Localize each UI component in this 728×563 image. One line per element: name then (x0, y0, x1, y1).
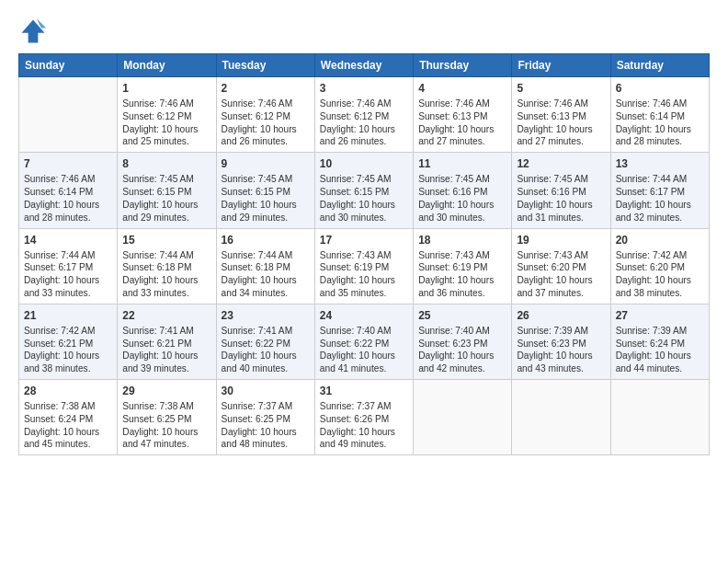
header-day-saturday: Saturday (610, 54, 709, 77)
calendar-cell: 16Sunrise: 7:44 AMSunset: 6:18 PMDayligh… (216, 228, 314, 304)
day-number: 6 (616, 81, 704, 96)
header-row: SundayMondayTuesdayWednesdayThursdayFrid… (19, 54, 710, 77)
day-number: 9 (222, 156, 310, 171)
day-number: 22 (122, 308, 210, 323)
calendar-cell: 11Sunrise: 7:45 AMSunset: 6:16 PMDayligh… (414, 153, 512, 228)
calendar-cell: 30Sunrise: 7:37 AMSunset: 6:25 PMDayligh… (216, 380, 314, 455)
calendar-cell: 9Sunrise: 7:45 AMSunset: 6:15 PMDaylight… (216, 153, 314, 228)
day-info: Sunrise: 7:45 AMSunset: 6:15 PMDaylight:… (222, 173, 310, 224)
calendar-cell: 23Sunrise: 7:41 AMSunset: 6:22 PMDayligh… (216, 304, 314, 379)
day-number: 8 (122, 156, 210, 171)
calendar-cell: 10Sunrise: 7:45 AMSunset: 6:15 PMDayligh… (314, 153, 413, 228)
calendar-cell: 4Sunrise: 7:46 AMSunset: 6:13 PMDaylight… (414, 77, 512, 153)
calendar-cell: 15Sunrise: 7:44 AMSunset: 6:18 PMDayligh… (118, 228, 216, 304)
calendar-table: SundayMondayTuesdayWednesdayThursdayFrid… (18, 53, 710, 455)
day-info: Sunrise: 7:46 AMSunset: 6:13 PMDaylight:… (418, 98, 506, 148)
day-info: Sunrise: 7:42 AMSunset: 6:21 PMDaylight:… (24, 325, 112, 375)
day-number: 4 (418, 81, 506, 96)
calendar-cell: 22Sunrise: 7:41 AMSunset: 6:21 PMDayligh… (118, 304, 216, 379)
calendar-cell: 29Sunrise: 7:38 AMSunset: 6:25 PMDayligh… (118, 380, 216, 455)
calendar-cell: 6Sunrise: 7:46 AMSunset: 6:14 PMDaylight… (610, 77, 709, 153)
day-number: 30 (222, 384, 310, 398)
calendar-cell: 8Sunrise: 7:45 AMSunset: 6:15 PMDaylight… (118, 153, 216, 228)
day-info: Sunrise: 7:41 AMSunset: 6:21 PMDaylight:… (122, 325, 210, 375)
week-row-3: 14Sunrise: 7:44 AMSunset: 6:17 PMDayligh… (19, 228, 710, 304)
day-info: Sunrise: 7:46 AMSunset: 6:14 PMDaylight:… (24, 173, 112, 224)
day-info: Sunrise: 7:43 AMSunset: 6:19 PMDaylight:… (418, 249, 506, 300)
day-info: Sunrise: 7:37 AMSunset: 6:25 PMDaylight:… (222, 400, 310, 451)
week-row-2: 7Sunrise: 7:46 AMSunset: 6:14 PMDaylight… (19, 153, 710, 228)
calendar-cell: 25Sunrise: 7:40 AMSunset: 6:23 PMDayligh… (414, 304, 512, 379)
day-number: 13 (616, 156, 704, 171)
calendar-cell: 20Sunrise: 7:42 AMSunset: 6:20 PMDayligh… (610, 228, 709, 304)
logo (18, 17, 51, 46)
day-number: 7 (24, 156, 112, 171)
day-info: Sunrise: 7:46 AMSunset: 6:14 PMDaylight:… (616, 98, 704, 148)
day-info: Sunrise: 7:45 AMSunset: 6:16 PMDaylight:… (517, 173, 605, 224)
day-number: 29 (122, 384, 210, 398)
calendar-cell: 1Sunrise: 7:46 AMSunset: 6:12 PMDaylight… (118, 77, 216, 153)
header-day-thursday: Thursday (414, 54, 512, 77)
day-info: Sunrise: 7:45 AMSunset: 6:16 PMDaylight:… (418, 173, 506, 224)
day-number: 3 (320, 81, 408, 96)
day-info: Sunrise: 7:39 AMSunset: 6:23 PMDaylight:… (517, 325, 605, 375)
calendar-cell: 3Sunrise: 7:46 AMSunset: 6:12 PMDaylight… (314, 77, 413, 153)
day-number: 16 (222, 233, 310, 247)
day-info: Sunrise: 7:43 AMSunset: 6:19 PMDaylight:… (320, 249, 408, 300)
day-info: Sunrise: 7:42 AMSunset: 6:20 PMDaylight:… (616, 249, 704, 300)
day-number: 28 (24, 384, 112, 398)
calendar-cell: 26Sunrise: 7:39 AMSunset: 6:23 PMDayligh… (512, 304, 610, 379)
calendar-cell (414, 380, 512, 455)
day-info: Sunrise: 7:41 AMSunset: 6:22 PMDaylight:… (222, 325, 310, 375)
calendar-cell: 28Sunrise: 7:38 AMSunset: 6:24 PMDayligh… (19, 380, 118, 455)
day-info: Sunrise: 7:38 AMSunset: 6:25 PMDaylight:… (122, 400, 210, 451)
day-info: Sunrise: 7:44 AMSunset: 6:18 PMDaylight:… (222, 249, 310, 300)
header-day-friday: Friday (512, 54, 610, 77)
day-number: 19 (517, 233, 605, 247)
calendar-cell: 13Sunrise: 7:44 AMSunset: 6:17 PMDayligh… (610, 153, 709, 228)
day-number: 10 (320, 156, 408, 171)
day-info: Sunrise: 7:45 AMSunset: 6:15 PMDaylight:… (320, 173, 408, 224)
day-info: Sunrise: 7:40 AMSunset: 6:22 PMDaylight:… (320, 325, 408, 375)
day-number: 1 (122, 81, 210, 96)
week-row-1: 1Sunrise: 7:46 AMSunset: 6:12 PMDaylight… (19, 77, 710, 153)
calendar-cell: 24Sunrise: 7:40 AMSunset: 6:22 PMDayligh… (314, 304, 413, 379)
day-number: 17 (320, 233, 408, 247)
calendar-cell: 5Sunrise: 7:46 AMSunset: 6:13 PMDaylight… (512, 77, 610, 153)
day-info: Sunrise: 7:39 AMSunset: 6:24 PMDaylight:… (616, 325, 704, 375)
week-row-4: 21Sunrise: 7:42 AMSunset: 6:21 PMDayligh… (19, 304, 710, 379)
calendar-cell (19, 77, 118, 153)
day-number: 11 (418, 156, 506, 171)
calendar-cell: 17Sunrise: 7:43 AMSunset: 6:19 PMDayligh… (314, 228, 413, 304)
calendar-cell: 21Sunrise: 7:42 AMSunset: 6:21 PMDayligh… (19, 304, 118, 379)
calendar-header: SundayMondayTuesdayWednesdayThursdayFrid… (19, 54, 710, 77)
day-number: 27 (616, 308, 704, 323)
day-info: Sunrise: 7:45 AMSunset: 6:15 PMDaylight:… (122, 173, 210, 224)
day-info: Sunrise: 7:37 AMSunset: 6:26 PMDaylight:… (320, 400, 408, 451)
day-number: 2 (222, 81, 310, 96)
day-number: 25 (418, 308, 506, 323)
day-info: Sunrise: 7:43 AMSunset: 6:20 PMDaylight:… (517, 249, 605, 300)
page: SundayMondayTuesdayWednesdayThursdayFrid… (0, 0, 728, 466)
calendar-cell (610, 380, 709, 455)
day-number: 5 (517, 81, 605, 96)
day-info: Sunrise: 7:46 AMSunset: 6:12 PMDaylight:… (222, 98, 310, 148)
calendar-cell (512, 380, 610, 455)
header (18, 17, 710, 46)
calendar-cell: 7Sunrise: 7:46 AMSunset: 6:14 PMDaylight… (19, 153, 118, 228)
calendar-cell: 19Sunrise: 7:43 AMSunset: 6:20 PMDayligh… (512, 228, 610, 304)
calendar-cell: 12Sunrise: 7:45 AMSunset: 6:16 PMDayligh… (512, 153, 610, 228)
day-info: Sunrise: 7:40 AMSunset: 6:23 PMDaylight:… (418, 325, 506, 375)
week-row-5: 28Sunrise: 7:38 AMSunset: 6:24 PMDayligh… (19, 380, 710, 455)
logo-icon (18, 17, 48, 46)
day-info: Sunrise: 7:44 AMSunset: 6:17 PMDaylight:… (616, 173, 704, 224)
day-number: 26 (517, 308, 605, 323)
calendar-cell: 31Sunrise: 7:37 AMSunset: 6:26 PMDayligh… (314, 380, 413, 455)
day-number: 21 (24, 308, 112, 323)
day-number: 18 (418, 233, 506, 247)
day-number: 15 (122, 233, 210, 247)
day-info: Sunrise: 7:46 AMSunset: 6:13 PMDaylight:… (517, 98, 605, 148)
day-number: 23 (222, 308, 310, 323)
header-day-tuesday: Tuesday (216, 54, 314, 77)
day-number: 31 (320, 384, 408, 398)
